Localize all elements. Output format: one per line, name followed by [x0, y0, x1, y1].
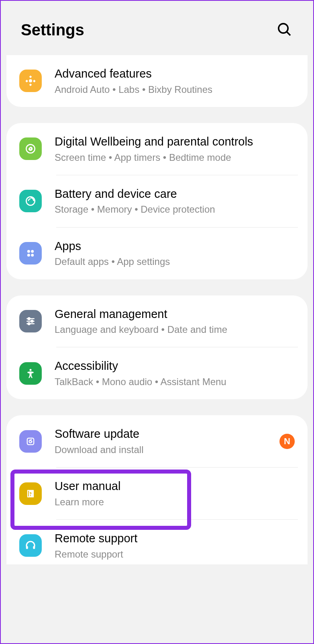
item-title: Remote support: [55, 531, 295, 546]
item-advanced-features[interactable]: Advanced features Android Auto • Labs • …: [6, 55, 308, 107]
advanced-features-icon: [19, 70, 42, 92]
accessibility-icon: [19, 362, 42, 385]
settings-group: Advanced features Android Auto • Labs • …: [6, 55, 308, 107]
page-title: Settings: [21, 21, 84, 39]
svg-line-1: [287, 32, 290, 35]
search-button[interactable]: [275, 21, 293, 39]
item-battery-device-care[interactable]: Battery and device care Storage • Memory…: [6, 175, 308, 227]
item-title: User manual: [55, 479, 295, 494]
item-title: Advanced features: [55, 66, 295, 82]
item-title: General management: [55, 307, 295, 322]
notification-badge: N: [279, 434, 295, 449]
item-title: Software update: [55, 427, 273, 442]
svg-point-8: [31, 254, 34, 256]
wellbeing-icon: [19, 137, 42, 160]
item-title: Accessibility: [55, 359, 295, 374]
user-manual-icon: [19, 482, 42, 505]
apps-icon: [19, 242, 42, 265]
item-subtitle: Android Auto • Labs • Bixby Routines: [55, 83, 295, 96]
software-update-icon: [19, 430, 42, 453]
svg-point-5: [27, 250, 30, 253]
item-remote-support[interactable]: Remote support Remote support: [6, 520, 308, 564]
settings-group: General management Language and keyboard…: [6, 295, 308, 400]
search-icon: [276, 21, 292, 37]
device-care-icon: [19, 190, 42, 212]
settings-group: Digital Wellbeing and parental controls …: [6, 123, 308, 279]
item-subtitle: Default apps • App settings: [55, 255, 295, 268]
svg-point-15: [30, 369, 32, 371]
item-subtitle: TalkBack • Mono audio • Assistant Menu: [55, 375, 295, 388]
item-subtitle: Screen time • App timers • Bedtime mode: [55, 151, 295, 164]
general-mgmt-icon: [19, 310, 42, 332]
settings-group: Software update Download and install N U…: [6, 415, 308, 564]
svg-rect-17: [28, 491, 29, 496]
item-digital-wellbeing[interactable]: Digital Wellbeing and parental controls …: [6, 123, 308, 175]
item-accessibility[interactable]: Accessibility TalkBack • Mono audio • As…: [6, 347, 308, 399]
header: Settings: [1, 1, 313, 55]
svg-rect-19: [33, 546, 35, 550]
item-title: Apps: [55, 239, 295, 254]
svg-point-3: [29, 148, 31, 150]
svg-rect-16: [27, 438, 34, 445]
item-subtitle: Download and install: [55, 443, 273, 456]
svg-point-6: [31, 250, 34, 253]
svg-point-12: [28, 318, 30, 320]
item-subtitle: Language and keyboard • Date and time: [55, 323, 295, 336]
svg-point-7: [27, 254, 30, 256]
svg-point-14: [28, 323, 30, 325]
item-general-management[interactable]: General management Language and keyboard…: [6, 295, 308, 347]
item-subtitle: Storage • Memory • Device protection: [55, 203, 295, 215]
item-subtitle: Remote support: [55, 548, 295, 560]
item-subtitle: Learn more: [55, 496, 295, 508]
svg-point-0: [279, 24, 288, 33]
item-user-manual[interactable]: User manual Learn more: [6, 468, 308, 519]
remote-support-icon: [19, 534, 42, 557]
svg-rect-18: [26, 546, 28, 550]
item-apps[interactable]: Apps Default apps • App settings: [6, 228, 308, 279]
item-title: Digital Wellbeing and parental controls: [55, 134, 295, 150]
svg-point-13: [31, 320, 33, 322]
item-software-update[interactable]: Software update Download and install N: [6, 415, 308, 467]
item-title: Battery and device care: [55, 187, 295, 202]
